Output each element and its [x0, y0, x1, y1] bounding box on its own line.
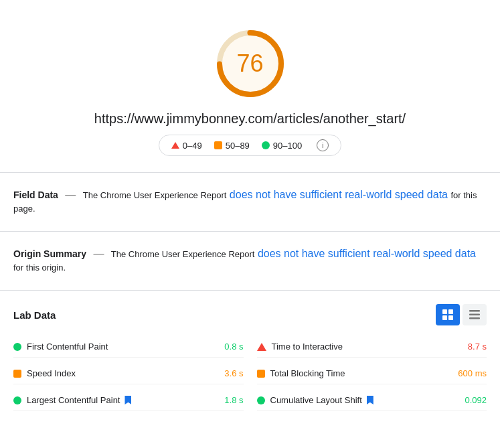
score-section: 76 https://www.jimmybonney.com/articles/…: [0, 13, 500, 167]
lcp-bookmark-icon: [124, 396, 131, 404]
svg-rect-7: [469, 314, 480, 316]
cls-bookmark-icon: [367, 396, 373, 404]
cls-name: Cumulative Layout Shift: [270, 395, 460, 405]
divider-1: [0, 172, 500, 173]
metric-cls: Cumulative Layout Shift 0.092: [257, 390, 487, 411]
metric-tbt: Total Blocking Time 600 ms: [257, 363, 487, 384]
legend-fail-range: 0–49: [183, 141, 202, 151]
tbt-name: Total Blocking Time: [270, 368, 453, 378]
field-data-title: Field Data: [13, 190, 58, 200]
si-dot: [13, 370, 21, 378]
lcp-name: Largest Contentful Paint: [27, 395, 219, 405]
si-name: Speed Index: [27, 368, 219, 378]
origin-summary-dash: —: [93, 248, 104, 259]
lab-data-header: Lab Data: [13, 304, 487, 325]
metric-tti: Time to Interactive 8.7 s: [257, 336, 487, 358]
divider-2: [0, 231, 500, 232]
fcp-value: 0.8 s: [224, 342, 243, 352]
metrics-grid: First Contentful Paint 0.8 s Time to Int…: [13, 336, 487, 411]
treemap-icon: [442, 309, 454, 321]
origin-summary-section: Origin Summary — The Chrome User Experie…: [0, 237, 500, 285]
score-circle: 76: [214, 27, 287, 100]
lab-data-section: Lab Data First Cont: [0, 296, 500, 422]
field-data-section: Field Data — The Chrome User Experience …: [0, 178, 500, 226]
divider-3: [0, 290, 500, 291]
svg-rect-6: [469, 310, 480, 312]
legend-pass: 90–100: [262, 141, 302, 151]
svg-rect-4: [442, 315, 447, 320]
score-value: 76: [236, 50, 263, 78]
origin-summary-header-line: Origin Summary — The Chrome User Experie…: [13, 248, 487, 274]
field-data-desc-pre: The Chrome User Experience Report: [83, 190, 227, 200]
lab-data-title: Lab Data: [13, 309, 56, 321]
list-icon: [469, 309, 481, 321]
tti-value: 8.7 s: [468, 342, 487, 352]
lcp-value: 1.8 s: [224, 395, 243, 405]
svg-rect-2: [442, 309, 447, 314]
origin-summary-desc-pre: The Chrome User Experience Report: [111, 249, 255, 259]
cls-value: 0.092: [465, 395, 487, 405]
si-value: 3.6 s: [224, 368, 243, 378]
svg-rect-8: [469, 317, 480, 319]
legend-fail: 0–49: [171, 141, 202, 151]
legend-average-range: 50–89: [226, 141, 250, 151]
cls-dot: [257, 396, 265, 404]
origin-summary-title: Origin Summary: [13, 248, 86, 259]
metric-lcp: Largest Contentful Paint 1.8 s: [13, 390, 244, 411]
tbt-value: 600 ms: [458, 368, 487, 378]
legend-average: 50–89: [214, 141, 250, 151]
tbt-dot: [257, 370, 265, 378]
origin-summary-link[interactable]: does not have sufficient real-world spee…: [258, 248, 476, 259]
field-data-header-line: Field Data — The Chrome User Experience …: [13, 189, 487, 215]
metric-fcp: First Contentful Paint 0.8 s: [13, 336, 244, 358]
svg-rect-5: [448, 315, 453, 320]
svg-rect-3: [448, 309, 453, 314]
pass-icon: [262, 141, 270, 149]
average-icon: [214, 141, 222, 149]
toggle-treemap-button[interactable]: [436, 304, 460, 325]
tti-name: Time to Interactive: [272, 342, 463, 352]
field-data-dash: —: [65, 189, 76, 200]
tti-dot: [257, 343, 266, 351]
fcp-name: First Contentful Paint: [27, 342, 219, 352]
metric-si: Speed Index 3.6 s: [13, 363, 244, 384]
field-data-link[interactable]: does not have sufficient real-world spee…: [230, 189, 448, 200]
legend-info-button[interactable]: i: [317, 139, 329, 151]
toggle-list-button[interactable]: [463, 304, 487, 325]
lcp-dot: [13, 396, 21, 404]
legend-pass-range: 90–100: [273, 141, 302, 151]
fcp-dot: [13, 343, 21, 351]
view-toggle-group: [436, 304, 487, 325]
origin-summary-desc-post: for this origin.: [13, 263, 66, 273]
page-url: https://www.jimmybonney.com/articles/ano…: [94, 111, 406, 127]
fail-icon: [171, 142, 179, 149]
score-legend: 0–49 50–89 90–100 i: [159, 135, 341, 156]
